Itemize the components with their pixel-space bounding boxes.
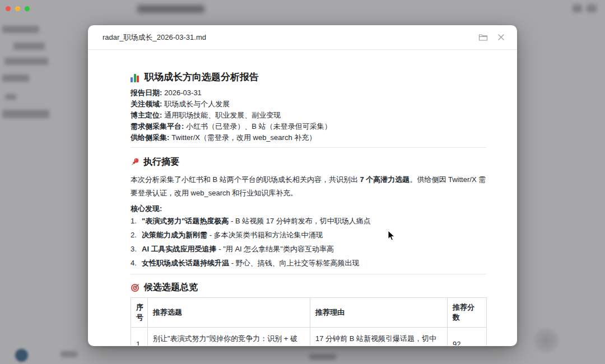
list-item: 4.女性职场成长话题持续升温 - 野心、搞钱、向上社交等标签高频出现 <box>131 258 486 269</box>
bar-chart-icon <box>131 73 141 82</box>
overview-heading: 候选选题总览 <box>131 281 486 293</box>
candidate-topics-table: 序号 推荐选题 推荐理由 推荐分数 1 别让"表演式努力"毁掉你的竞争力：识别 … <box>131 297 487 346</box>
section-divider <box>131 147 486 148</box>
table-row: 1 别让"表演式努力"毁掉你的竞争力：识别 + 破解指南 17 分钟前 B 站新… <box>131 328 487 346</box>
report-metadata: 报告日期:2026-03-31 关注领域:职场成长与个人发展 博主定位:通用职场… <box>131 87 486 143</box>
meta-line: 博主定位:通用职场技能、职业发展、副业变现 <box>131 110 486 121</box>
minimize-traffic-light[interactable] <box>15 6 20 11</box>
blurred-footer-item <box>309 354 336 360</box>
pushpin-icon <box>131 157 139 166</box>
markdown-preview-modal: radar_职场成长_2026-03-31.md 职场成长方向选题分析报告 报告… <box>88 25 517 346</box>
blurred-avatar <box>15 349 28 362</box>
target-icon <box>131 283 140 292</box>
close-traffic-light[interactable] <box>6 6 11 11</box>
document-title: 职场成长方向选题分析报告 <box>131 71 486 84</box>
cell-score: 92 <box>448 328 487 346</box>
blurred-toolbar-icon <box>587 4 597 12</box>
core-findings-label: 核心发现: <box>131 203 486 214</box>
cell-topic: 别让"表演式努力"毁掉你的竞争力：识别 + 破解指南 <box>148 328 310 346</box>
findings-list: 1."表演式努力"话题热度极高 - B 站视频 17 分钟前发布，切中职场人痛点… <box>131 216 486 269</box>
blurred-window-title <box>137 5 204 13</box>
close-icon[interactable] <box>496 32 506 43</box>
col-header-index: 序号 <box>131 298 148 328</box>
blurred-sidebar-item <box>4 58 48 65</box>
blurred-toolbar-icon <box>573 4 582 12</box>
summary-heading: 执行摘要 <box>131 156 486 168</box>
meta-line: 需求侧采集平台:小红书（已登录）、B 站（未登录但可采集） <box>131 121 486 132</box>
meta-line: 供给侧采集:Twitter/X（需登录，改用 web_search 补充） <box>131 132 486 143</box>
open-file-icon[interactable] <box>478 32 488 43</box>
meta-line: 报告日期:2026-03-31 <box>131 87 486 99</box>
col-header-score: 推荐分数 <box>448 298 487 328</box>
col-header-topic: 推荐选题 <box>148 298 310 328</box>
blurred-sidebar-item <box>2 74 29 82</box>
zoom-traffic-light[interactable] <box>25 6 30 11</box>
list-item: 1."表演式努力"话题热度极高 - B 站视频 17 分钟前发布，切中职场人痛点 <box>131 216 486 227</box>
meta-line: 关注领域:职场成长与个人发展 <box>131 99 486 110</box>
blurred-sidebar-item <box>2 110 49 118</box>
blurred-sidebar-item <box>13 43 45 50</box>
table-header-row: 序号 推荐选题 推荐理由 推荐分数 <box>131 298 487 328</box>
blurred-sidebar-item <box>5 94 16 100</box>
blurred-floating-button <box>534 328 559 353</box>
cell-reason: 17 分钟前 B 站新视频引爆话题，切中普遍痛点 <box>310 328 448 346</box>
blurred-footer-item <box>61 351 77 357</box>
col-header-reason: 推荐理由 <box>310 298 448 328</box>
modal-file-title: radar_职场成长_2026-03-31.md <box>103 32 206 43</box>
summary-paragraph: 本次分析采集了小红书和 B 站两个平台的职场成长相关内容，共识别出 7 个高潜力… <box>131 173 486 200</box>
modal-header: radar_职场成长_2026-03-31.md <box>88 25 517 50</box>
list-item: 3.AI 工具实战应用受追捧 - "用 AI 怎么拿结果"类内容互动率高 <box>131 244 486 255</box>
cell-index: 1 <box>131 328 148 346</box>
list-item: 2.决策能力成为新刚需 - 多本决策类书籍和方法论集中涌现 <box>131 230 486 241</box>
section-divider <box>131 274 486 274</box>
document-content: 职场成长方向选题分析报告 报告日期:2026-03-31 关注领域:职场成长与个… <box>88 50 517 346</box>
blurred-sidebar-item <box>2 26 39 33</box>
